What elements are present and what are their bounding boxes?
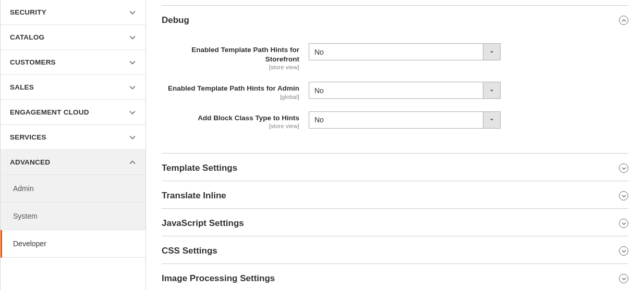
- sidebar-item-security[interactable]: SECURITY: [1, 0, 145, 25]
- expand-icon: [619, 163, 628, 173]
- select-value: No: [309, 111, 483, 129]
- sidebar-item-label: CATALOG: [10, 33, 44, 41]
- sidebar-subitem-admin[interactable]: Admin: [1, 175, 145, 203]
- chevron-down-icon: [129, 9, 136, 16]
- section-title: Image Processing Settings: [162, 273, 275, 284]
- chevron-down-icon: [129, 84, 136, 91]
- sidebar-item-advanced[interactable]: ADVANCED: [1, 150, 145, 175]
- section-title: Template Settings: [162, 163, 237, 173]
- sidebar-item-catalog[interactable]: CATALOG: [1, 25, 145, 50]
- section-header-template-settings[interactable]: Template Settings: [162, 154, 628, 181]
- section-body-debug: Enabled Template Path Hints for Storefro…: [162, 33, 628, 154]
- dropdown-trigger-icon: [483, 111, 501, 129]
- field-scope: [store view]: [162, 64, 299, 70]
- field-label-wrap: Enabled Template Path Hints for Admin [g…: [162, 82, 309, 100]
- chevron-up-icon: [129, 159, 136, 166]
- sidebar-subitem-system[interactable]: System: [1, 203, 145, 230]
- chevron-down-icon: [129, 134, 136, 141]
- expand-icon: [619, 246, 628, 256]
- field-control: No: [309, 43, 501, 60]
- chevron-down-icon: [129, 34, 136, 41]
- sidebar-item-engagement-cloud[interactable]: ENGAGEMENT CLOUD: [1, 100, 145, 125]
- field-label: Enabled Template Path Hints for Storefro…: [162, 45, 299, 64]
- field-label: Enabled Template Path Hints for Admin: [162, 84, 299, 93]
- field-template-hints-admin: Enabled Template Path Hints for Admin [g…: [162, 82, 628, 100]
- section-title: CSS Settings: [162, 246, 217, 256]
- sidebar-item-sales[interactable]: SALES: [1, 75, 145, 100]
- sidebar-item-label: SALES: [10, 83, 34, 91]
- section-header-javascript-settings[interactable]: JavaScript Settings: [162, 209, 628, 236]
- select-template-hints-storefront[interactable]: No: [309, 43, 501, 60]
- field-control: No: [309, 82, 501, 99]
- field-scope: [global]: [162, 94, 299, 100]
- config-sidebar: SECURITY CATALOG CUSTOMERS SALES ENGAGEM…: [0, 0, 146, 290]
- section-header-debug[interactable]: Debug: [162, 6, 628, 33]
- sidebar-item-label: ADVANCED: [10, 158, 50, 166]
- section-header-image-processing-settings[interactable]: Image Processing Settings: [162, 264, 628, 290]
- sidebar-item-customers[interactable]: CUSTOMERS: [1, 50, 145, 75]
- sidebar-item-label: ENGAGEMENT CLOUD: [10, 108, 89, 116]
- section-header-translate-inline[interactable]: Translate Inline: [162, 181, 628, 209]
- field-scope: [store view]: [162, 123, 299, 129]
- select-value: No: [309, 82, 483, 99]
- field-template-hints-storefront: Enabled Template Path Hints for Storefro…: [162, 43, 628, 70]
- main-content: Debug Enabled Template Path Hints for St…: [146, 0, 644, 290]
- field-label: Add Block Class Type to Hints: [162, 114, 299, 123]
- section-title: JavaScript Settings: [162, 218, 244, 229]
- select-block-class-hints[interactable]: No: [309, 111, 501, 129]
- select-value: No: [309, 43, 483, 60]
- sidebar-item-services[interactable]: SERVICES: [1, 125, 145, 150]
- section-title: Debug: [162, 15, 189, 26]
- dropdown-trigger-icon: [483, 82, 501, 99]
- section-title: Translate Inline: [162, 191, 226, 201]
- sidebar-item-label: CUSTOMERS: [10, 58, 56, 66]
- section-header-css-settings[interactable]: CSS Settings: [162, 236, 628, 264]
- sidebar-subnav-advanced: Admin System Developer: [1, 175, 145, 258]
- collapse-icon: [619, 16, 628, 25]
- sidebar-item-label: SECURITY: [10, 8, 46, 16]
- field-label-wrap: Enabled Template Path Hints for Storefro…: [162, 43, 309, 70]
- expand-icon: [619, 191, 628, 200]
- field-control: No: [309, 111, 501, 129]
- expand-icon: [619, 219, 628, 228]
- chevron-down-icon: [129, 109, 136, 116]
- dropdown-trigger-icon: [483, 43, 501, 60]
- select-template-hints-admin[interactable]: No: [309, 82, 501, 99]
- sidebar-item-label: SERVICES: [10, 133, 46, 141]
- field-block-class-hints: Add Block Class Type to Hints [store vie…: [162, 111, 628, 130]
- expand-icon: [619, 274, 628, 283]
- field-label-wrap: Add Block Class Type to Hints [store vie…: [162, 111, 309, 130]
- chevron-down-icon: [129, 59, 136, 66]
- sidebar-subitem-developer[interactable]: Developer: [1, 230, 145, 258]
